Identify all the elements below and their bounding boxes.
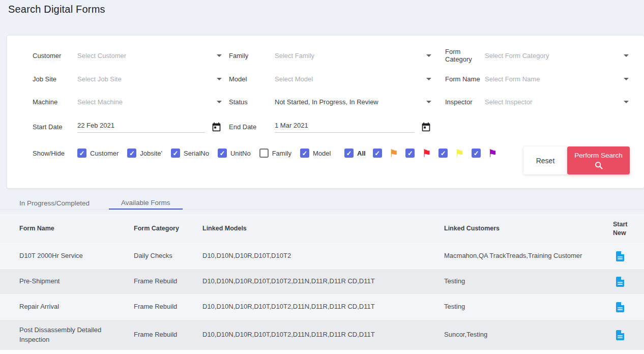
jobsite-checkbox[interactable]: ✓ [127, 149, 136, 158]
end-date-input[interactable]: 1 Mar 2021 [275, 121, 415, 133]
model-select-value: Select Model [275, 75, 422, 83]
start-date-field: Start Date 22 Feb 2021 [33, 119, 222, 134]
chevron-down-icon[interactable] [624, 54, 629, 57]
show-hide-unitno[interactable]: ✓ UnitNo [218, 149, 251, 158]
customer-label: Customer [33, 52, 77, 60]
all-flags-toggle[interactable]: ✓ All [344, 149, 366, 158]
unitno-checkbox-label: UnitNo [230, 150, 251, 157]
start-new-form-button[interactable] [616, 302, 624, 312]
show-hide-serialno[interactable]: ✓ SerialNo [171, 149, 209, 158]
chevron-down-icon[interactable] [624, 78, 629, 80]
status-label: Status [229, 98, 275, 106]
start-new-form-button[interactable] [616, 330, 624, 340]
machine-label: Machine [33, 98, 77, 106]
purple-flag-icon: ⚑ [488, 148, 497, 159]
document-icon [616, 251, 624, 261]
col-start-new: Start New [613, 220, 643, 238]
cell-form-name: Repair Arrival [19, 302, 134, 312]
job-site-label: Job Site [33, 75, 77, 83]
cell-form-category: Frame Rebuild [134, 330, 202, 340]
next-row-strip [0, 350, 644, 354]
filter-panel: Customer Select Customer Job Site Select… [7, 36, 644, 188]
chevron-down-icon[interactable] [426, 54, 431, 57]
chevron-down-icon[interactable] [426, 78, 431, 80]
job-site-select-value: Select Job Site [77, 75, 213, 83]
status-select[interactable]: Status Not Started, In Progress, In Revi… [229, 95, 431, 108]
inspector-select[interactable]: Inspector Select Inspector [445, 95, 629, 108]
col-linked-models: Linked Models [202, 224, 444, 233]
yellow-flag-filter[interactable]: ✓ ⚑ [438, 148, 464, 159]
orange-flag-filter[interactable]: ✓ ⚑ [373, 148, 399, 159]
unitno-checkbox[interactable]: ✓ [218, 149, 227, 158]
status-select-value: Not Started, In Progress, In Review [275, 98, 422, 106]
show-hide-customer[interactable]: ✓ Customer [77, 149, 119, 158]
model-checkbox[interactable]: ✓ [300, 149, 309, 158]
start-date-input[interactable]: 22 Feb 2021 [77, 121, 205, 133]
purple-flag-checkbox[interactable]: ✓ [472, 149, 481, 158]
chevron-down-icon[interactable] [217, 78, 222, 80]
search-icon [594, 161, 603, 170]
reset-button[interactable]: Reset [523, 146, 567, 174]
form-category-select[interactable]: Form Category Select Form Category [445, 49, 629, 62]
yellow-flag-checkbox[interactable]: ✓ [438, 149, 448, 158]
cell-form-name: Pre-Shipment [19, 277, 134, 286]
red-flag-filter[interactable]: ✓ ⚑ [405, 148, 431, 159]
col-linked-customers: Linked Customers [444, 224, 613, 233]
table-header: Form Name Form Category Linked Models Li… [0, 214, 644, 243]
model-checkbox-label: Model [313, 150, 331, 157]
job-site-select[interactable]: Job Site Select Job Site [33, 72, 222, 85]
cell-linked-models: D10,D10N,D10R,D10T,D10T2 [202, 251, 444, 261]
orange-flag-checkbox[interactable]: ✓ [373, 149, 382, 158]
chevron-down-icon[interactable] [217, 54, 222, 57]
all-flags-checkbox[interactable]: ✓ [344, 149, 354, 158]
form-category-label: Form Category [445, 48, 485, 63]
start-new-form-button[interactable] [616, 277, 624, 287]
perform-search-button[interactable]: Perform Search [567, 146, 630, 174]
machine-select[interactable]: Machine Select Machine [33, 95, 222, 108]
filter-actions: Reset Perform Search [523, 146, 630, 174]
show-hide-jobsite[interactable]: ✓ Jobsite' [127, 149, 162, 158]
document-icon [616, 302, 624, 312]
form-name-select[interactable]: Form Name Select Form Name [445, 72, 629, 85]
cell-linked-customers: Testing [444, 302, 613, 312]
red-flag-checkbox[interactable]: ✓ [405, 149, 415, 158]
chevron-down-icon[interactable] [426, 101, 431, 103]
show-hide-family[interactable]: ✓ Family [259, 149, 291, 158]
form-name-label: Form Name [445, 75, 485, 83]
red-flag-icon: ⚑ [422, 148, 431, 159]
end-date-label: End Date [229, 123, 275, 131]
start-new-form-button[interactable] [616, 251, 624, 261]
cell-form-name: D10T 2000Hr Service [19, 251, 134, 261]
tab-available-forms[interactable]: Available Forms [109, 196, 183, 210]
all-flags-label: All [357, 150, 366, 157]
family-label: Family [229, 52, 275, 60]
calendar-icon[interactable] [211, 122, 222, 132]
form-category-select-value: Select Form Category [485, 52, 620, 60]
customer-checkbox-label: Customer [90, 150, 119, 157]
family-checkbox[interactable]: ✓ [259, 149, 269, 158]
cell-linked-customers: Testing [444, 277, 613, 286]
chevron-down-icon[interactable] [217, 101, 222, 103]
serialno-checkbox-label: SerialNo [184, 150, 209, 157]
model-select[interactable]: Model Select Model [229, 72, 431, 85]
purple-flag-filter[interactable]: ✓ ⚑ [472, 148, 497, 159]
cell-form-category: Frame Rebuild [134, 302, 202, 312]
customer-select-value: Select Customer [77, 52, 213, 60]
serialno-checkbox[interactable]: ✓ [171, 149, 180, 158]
cell-linked-models: D10,D10N,D10R,D10T,D10T2,D11N,D11R,D11R … [202, 277, 444, 286]
yellow-flag-icon: ⚑ [455, 148, 464, 159]
show-hide-model[interactable]: ✓ Model [300, 149, 331, 158]
inspector-select-value: Select Inspector [485, 98, 620, 106]
customer-select[interactable]: Customer Select Customer [33, 49, 222, 62]
family-select-value: Select Family [275, 52, 422, 60]
family-select[interactable]: Family Select Family [229, 49, 431, 62]
cell-form-category: Frame Rebuild [134, 277, 202, 286]
calendar-icon[interactable] [421, 122, 431, 132]
inspector-label: Inspector [445, 98, 485, 106]
chevron-down-icon[interactable] [624, 101, 629, 103]
tab-in-progress-completed[interactable]: In Progress/Completed [7, 196, 102, 210]
family-checkbox-label: Family [272, 150, 291, 157]
cell-form-category: Daily Checks [134, 251, 202, 261]
table-row: D10T 2000Hr Service Daily Checks D10,D10… [0, 243, 644, 269]
customer-checkbox[interactable]: ✓ [77, 149, 86, 158]
